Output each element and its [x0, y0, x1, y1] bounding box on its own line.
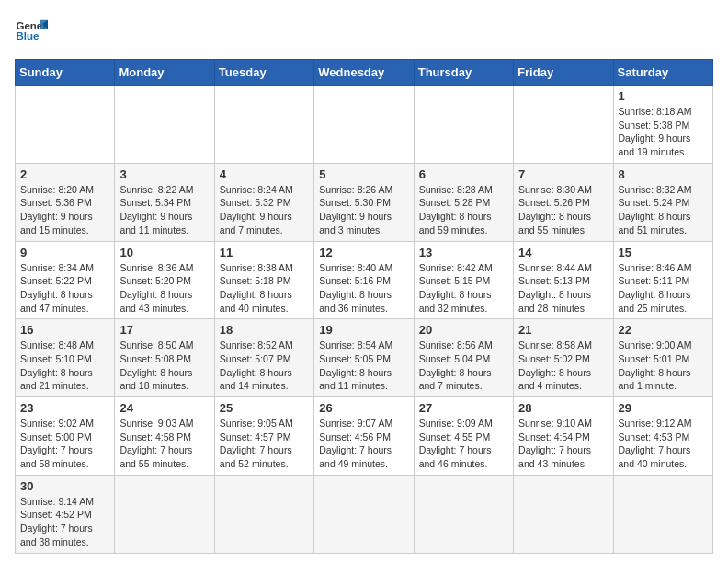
day-cell: 2Sunrise: 8:20 AM Sunset: 5:36 PM Daylig…: [16, 163, 115, 241]
day-cell: [514, 86, 613, 164]
day-cell: 21Sunrise: 8:58 AM Sunset: 5:02 PM Dayli…: [514, 319, 613, 397]
day-cell: 1Sunrise: 8:18 AM Sunset: 5:38 PM Daylig…: [613, 86, 712, 164]
day-info: Sunrise: 9:14 AM Sunset: 4:52 PM Dayligh…: [20, 495, 109, 549]
weekday-header-sunday: Sunday: [16, 60, 115, 86]
day-number: 14: [518, 246, 608, 259]
day-number: 15: [619, 246, 708, 259]
day-info: Sunrise: 8:50 AM Sunset: 5:08 PM Dayligh…: [119, 339, 209, 393]
day-number: 19: [319, 323, 408, 337]
day-info: Sunrise: 8:24 AM Sunset: 5:32 PM Dayligh…: [220, 183, 309, 237]
day-number: 29: [619, 401, 708, 415]
day-info: Sunrise: 8:58 AM Sunset: 5:02 PM Dayligh…: [518, 339, 608, 393]
logo: General Blue: [15, 15, 48, 48]
day-cell: 20Sunrise: 8:56 AM Sunset: 5:04 PM Dayli…: [414, 319, 513, 397]
day-cell: 10Sunrise: 8:36 AM Sunset: 5:20 PM Dayli…: [115, 241, 214, 319]
svg-text:Blue: Blue: [16, 30, 40, 41]
calendar-table: SundayMondayTuesdayWednesdayThursdayFrid…: [15, 59, 713, 554]
day-info: Sunrise: 8:40 AM Sunset: 5:16 PM Dayligh…: [319, 261, 408, 316]
day-cell: [214, 86, 313, 164]
day-cell: 7Sunrise: 8:30 AM Sunset: 5:26 PM Daylig…: [514, 163, 613, 241]
day-number: 10: [119, 246, 209, 259]
day-cell: [613, 475, 712, 553]
day-cell: 28Sunrise: 9:10 AM Sunset: 4:54 PM Dayli…: [514, 397, 613, 476]
weekday-header-monday: Monday: [115, 60, 214, 86]
weekday-header-row: SundayMondayTuesdayWednesdayThursdayFrid…: [16, 60, 713, 86]
day-info: Sunrise: 8:54 AM Sunset: 5:05 PM Dayligh…: [319, 339, 408, 393]
day-info: Sunrise: 9:03 AM Sunset: 4:58 PM Dayligh…: [119, 417, 209, 471]
day-info: Sunrise: 9:12 AM Sunset: 4:53 PM Dayligh…: [619, 417, 708, 471]
day-info: Sunrise: 9:10 AM Sunset: 4:54 PM Dayligh…: [518, 417, 608, 471]
day-info: Sunrise: 8:38 AM Sunset: 5:18 PM Dayligh…: [220, 261, 309, 316]
day-cell: [414, 475, 513, 553]
day-cell: [115, 86, 214, 164]
day-number: 27: [419, 401, 508, 415]
day-cell: 12Sunrise: 8:40 AM Sunset: 5:16 PM Dayli…: [314, 241, 414, 319]
day-cell: 25Sunrise: 9:05 AM Sunset: 4:57 PM Dayli…: [214, 397, 313, 476]
day-info: Sunrise: 8:32 AM Sunset: 5:24 PM Dayligh…: [619, 183, 708, 237]
day-number: 4: [220, 167, 309, 181]
weekday-header-tuesday: Tuesday: [214, 60, 313, 86]
day-info: Sunrise: 8:56 AM Sunset: 5:04 PM Dayligh…: [419, 339, 508, 393]
day-info: Sunrise: 8:34 AM Sunset: 5:22 PM Dayligh…: [20, 261, 109, 316]
weekday-header-friday: Friday: [514, 60, 613, 86]
day-number: 3: [119, 167, 209, 181]
day-number: 20: [419, 323, 508, 337]
day-number: 26: [319, 401, 408, 415]
day-cell: [514, 475, 613, 553]
day-cell: 14Sunrise: 8:44 AM Sunset: 5:13 PM Dayli…: [514, 241, 613, 319]
day-cell: 30Sunrise: 9:14 AM Sunset: 4:52 PM Dayli…: [16, 475, 115, 553]
day-cell: 18Sunrise: 8:52 AM Sunset: 5:07 PM Dayli…: [214, 319, 313, 397]
day-number: 6: [419, 167, 508, 181]
day-cell: 13Sunrise: 8:42 AM Sunset: 5:15 PM Dayli…: [414, 241, 513, 319]
day-cell: 11Sunrise: 8:38 AM Sunset: 5:18 PM Dayli…: [214, 241, 313, 319]
week-row-4: 16Sunrise: 8:48 AM Sunset: 5:10 PM Dayli…: [16, 319, 713, 397]
day-info: Sunrise: 8:42 AM Sunset: 5:15 PM Dayligh…: [419, 261, 508, 316]
day-cell: [414, 86, 513, 164]
day-cell: 16Sunrise: 8:48 AM Sunset: 5:10 PM Dayli…: [16, 319, 115, 397]
day-info: Sunrise: 8:22 AM Sunset: 5:34 PM Dayligh…: [119, 183, 209, 237]
day-number: 28: [518, 401, 608, 415]
logo-icon: General Blue: [15, 15, 48, 48]
day-number: 13: [419, 246, 508, 259]
day-info: Sunrise: 8:18 AM Sunset: 5:38 PM Dayligh…: [619, 105, 708, 159]
day-cell: 22Sunrise: 9:00 AM Sunset: 5:01 PM Dayli…: [613, 319, 712, 397]
day-number: 30: [20, 479, 109, 493]
day-number: 8: [619, 167, 708, 181]
day-info: Sunrise: 9:00 AM Sunset: 5:01 PM Dayligh…: [619, 339, 708, 393]
day-info: Sunrise: 8:26 AM Sunset: 5:30 PM Dayligh…: [319, 183, 408, 237]
day-number: 18: [220, 323, 309, 337]
day-number: 5: [319, 167, 408, 181]
day-info: Sunrise: 9:02 AM Sunset: 5:00 PM Dayligh…: [20, 417, 109, 471]
day-number: 25: [220, 401, 309, 415]
day-info: Sunrise: 8:44 AM Sunset: 5:13 PM Dayligh…: [518, 261, 608, 316]
day-cell: 23Sunrise: 9:02 AM Sunset: 5:00 PM Dayli…: [16, 397, 115, 476]
day-cell: 5Sunrise: 8:26 AM Sunset: 5:30 PM Daylig…: [314, 163, 414, 241]
day-number: 9: [20, 246, 109, 259]
day-number: 23: [20, 401, 109, 415]
day-cell: 6Sunrise: 8:28 AM Sunset: 5:28 PM Daylig…: [414, 163, 513, 241]
day-cell: 29Sunrise: 9:12 AM Sunset: 4:53 PM Dayli…: [613, 397, 712, 476]
day-info: Sunrise: 8:48 AM Sunset: 5:10 PM Dayligh…: [20, 339, 109, 393]
day-cell: 19Sunrise: 8:54 AM Sunset: 5:05 PM Dayli…: [314, 319, 414, 397]
day-cell: [314, 86, 414, 164]
day-info: Sunrise: 9:09 AM Sunset: 4:55 PM Dayligh…: [419, 417, 508, 471]
day-info: Sunrise: 8:46 AM Sunset: 5:11 PM Dayligh…: [619, 261, 708, 316]
day-cell: [115, 475, 214, 553]
week-row-5: 23Sunrise: 9:02 AM Sunset: 5:00 PM Dayli…: [16, 397, 713, 476]
day-cell: 9Sunrise: 8:34 AM Sunset: 5:22 PM Daylig…: [16, 241, 115, 319]
weekday-header-thursday: Thursday: [414, 60, 513, 86]
day-info: Sunrise: 8:52 AM Sunset: 5:07 PM Dayligh…: [220, 339, 309, 393]
day-info: Sunrise: 8:20 AM Sunset: 5:36 PM Dayligh…: [20, 183, 109, 237]
day-number: 12: [319, 246, 408, 259]
day-number: 22: [619, 323, 708, 337]
page-header: General Blue: [15, 15, 713, 48]
day-cell: 4Sunrise: 8:24 AM Sunset: 5:32 PM Daylig…: [214, 163, 313, 241]
day-cell: 8Sunrise: 8:32 AM Sunset: 5:24 PM Daylig…: [613, 163, 712, 241]
day-info: Sunrise: 8:28 AM Sunset: 5:28 PM Dayligh…: [419, 183, 508, 237]
day-cell: [314, 475, 414, 553]
day-number: 1: [619, 89, 708, 103]
weekday-header-wednesday: Wednesday: [314, 60, 414, 86]
day-info: Sunrise: 8:30 AM Sunset: 5:26 PM Dayligh…: [518, 183, 608, 237]
day-number: 17: [119, 323, 209, 337]
weekday-header-saturday: Saturday: [613, 60, 712, 86]
